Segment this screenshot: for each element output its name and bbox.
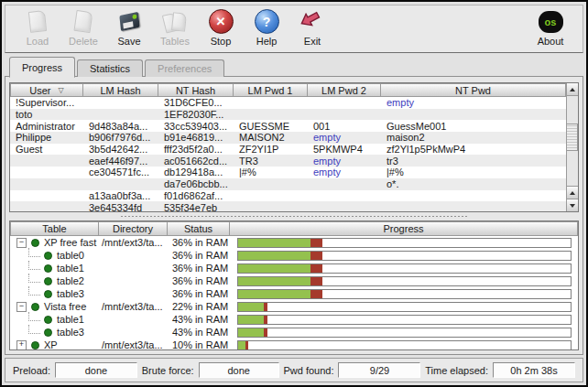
progress-green-fill bbox=[238, 290, 310, 298]
table-name-label: table3 bbox=[57, 327, 84, 338]
hash-cell: ZF2YI1P bbox=[234, 144, 308, 155]
tree-row[interactable]: +XP/mnt/ext3/ta...10% in RAM bbox=[10, 339, 578, 349]
stop-icon: ✕ bbox=[207, 8, 234, 35]
column-header-status[interactable]: Status bbox=[168, 221, 230, 236]
exit-button[interactable]: Exit bbox=[289, 7, 335, 52]
splitter-grip[interactable] bbox=[120, 215, 468, 219]
table-name-label: table0 bbox=[57, 250, 84, 261]
scroll-up-button[interactable] bbox=[567, 83, 578, 96]
save-icon bbox=[115, 8, 143, 35]
scroll-down-button[interactable] bbox=[567, 199, 578, 211]
hash-row[interactable]: toto1EF82030F... bbox=[10, 109, 566, 121]
table-name-cell: table3 bbox=[10, 286, 99, 302]
pane-splitter[interactable] bbox=[9, 212, 579, 220]
progress-green-fill bbox=[238, 341, 245, 349]
pwd-found-field: Pwd found: 9/29 bbox=[283, 362, 420, 378]
tab-bar: Progress Statistics Preferences bbox=[5, 56, 583, 77]
hash-cell: Philippe bbox=[10, 132, 83, 143]
about-button-label: About bbox=[538, 36, 564, 47]
tables-button-label: Tables bbox=[160, 36, 190, 47]
hash-cell: 3e645334fd bbox=[83, 202, 158, 211]
status-cell: 43% in RAM bbox=[168, 314, 230, 325]
status-cell: 43% in RAM bbox=[168, 327, 230, 338]
save-button[interactable]: Save bbox=[106, 7, 152, 52]
tab-statistics[interactable]: Statistics bbox=[77, 59, 143, 77]
hash-cell: b91e46819... bbox=[158, 132, 234, 143]
expand-toggle-icon[interactable]: + bbox=[16, 340, 27, 350]
hash-cell: |#% bbox=[234, 167, 308, 177]
hash-row[interactable]: eaef446f97...ac051662cd...TR3emptytr3 bbox=[10, 155, 566, 167]
hash-cell: zf2Yl1p5PkMwP4 bbox=[381, 144, 566, 155]
hash-cell: fff23d5f2a0... bbox=[158, 144, 234, 155]
hash-cell: toto bbox=[10, 109, 83, 120]
tree-row[interactable]: table343% in RAM bbox=[10, 326, 578, 339]
column-header-nt-hash[interactable]: NT Hash bbox=[158, 83, 234, 97]
hash-row[interactable]: !Supervisor...31D6CFE0...empty bbox=[10, 97, 566, 109]
hash-row[interactable]: Philippeb906f7976d...b91e46819...MAISON2… bbox=[10, 132, 566, 144]
column-header-nt-pwd[interactable]: NT Pwd bbox=[381, 83, 566, 97]
progress-red-segment bbox=[310, 290, 322, 298]
time-elapsed-label: Time elapsed: bbox=[425, 365, 488, 376]
column-header-lm-hash[interactable]: LM Hash bbox=[83, 83, 158, 97]
progress-bar bbox=[237, 251, 572, 261]
column-header-directory[interactable]: Directory bbox=[99, 221, 168, 236]
exit-icon bbox=[299, 8, 326, 35]
column-header-user[interactable]: User ▽ bbox=[10, 83, 83, 97]
progress-bar bbox=[237, 302, 572, 312]
progress-cell bbox=[230, 276, 578, 286]
pwd-found-label: Pwd found: bbox=[283, 365, 333, 376]
hash-cell: db129418a... bbox=[158, 167, 234, 177]
progress-green-fill bbox=[238, 277, 310, 285]
column-header-table[interactable]: Table bbox=[10, 221, 99, 236]
collapse-toggle-icon[interactable]: − bbox=[16, 302, 27, 312]
scrollbar-thumb[interactable] bbox=[567, 124, 578, 151]
hash-row[interactable]: da7e06bcbb...o*. bbox=[10, 178, 566, 190]
status-cell: 10% in RAM bbox=[168, 339, 230, 349]
hash-cell: 33cc539403... bbox=[158, 121, 234, 132]
progress-cell bbox=[230, 238, 578, 248]
tree-branch-line bbox=[28, 248, 40, 257]
collapse-toggle-icon[interactable]: − bbox=[16, 238, 27, 248]
status-cell: 36% in RAM bbox=[168, 250, 230, 261]
hash-cell: MAISON2 bbox=[234, 132, 308, 143]
hash-row[interactable]: Guest3b5d42642...fff23d5f2a0...ZF2YI1P5P… bbox=[10, 144, 566, 156]
ophcrack-window: Load Delete Save Tables ✕ Stop ? Help bbox=[0, 0, 588, 387]
save-button-label: Save bbox=[117, 36, 140, 47]
hash-row[interactable]: a13aa0bf3a...f01d6862af... bbox=[10, 190, 566, 202]
table-enabled-dot-icon bbox=[44, 277, 52, 285]
delete-button: Delete bbox=[60, 7, 106, 52]
hash-cell: 31D6CFE0... bbox=[158, 97, 234, 108]
progress-cell bbox=[230, 289, 578, 299]
scroll-up-button-bottom[interactable] bbox=[567, 186, 578, 199]
column-header-lm-pwd-2[interactable]: LM Pwd 2 bbox=[308, 83, 381, 97]
stop-button[interactable]: ✕ Stop bbox=[198, 7, 244, 52]
progress-green-fill bbox=[238, 303, 264, 311]
hash-cell: tr3 bbox=[381, 156, 566, 167]
table-name-label: table2 bbox=[57, 275, 84, 286]
tab-progress[interactable]: Progress bbox=[9, 57, 75, 78]
hash-cell: GuessMe001 bbox=[381, 121, 566, 132]
hash-cell: empty bbox=[308, 156, 381, 167]
hash-row[interactable]: Administrator9d483a84a...33cc539403...GU… bbox=[10, 120, 566, 132]
progress-red-segment bbox=[310, 277, 322, 285]
os-logo-icon: os bbox=[537, 8, 564, 35]
hash-row[interactable]: ce304571fc...db129418a...|#%empty|#% bbox=[10, 167, 566, 178]
about-button[interactable]: os About bbox=[528, 7, 573, 52]
vertical-scrollbar[interactable] bbox=[566, 83, 578, 211]
tables-table-header: Table Directory Status Progress bbox=[10, 221, 578, 236]
hash-cell: Administrator bbox=[10, 121, 83, 132]
time-elapsed-value: 0h 2m 38s bbox=[493, 362, 575, 378]
hash-cell: 3b5d42642... bbox=[83, 144, 158, 155]
directory-cell: /mnt/ext3/ta... bbox=[99, 237, 168, 248]
help-button-label: Help bbox=[256, 36, 278, 47]
progress-cell bbox=[230, 302, 578, 312]
progress-tab-panel: User ▽ LM Hash NT Hash LM Pwd 1 LM Pwd 2… bbox=[5, 76, 583, 355]
hash-row[interactable]: 3e645334fd535f34e7eb bbox=[10, 201, 566, 211]
column-header-progress[interactable]: Progress bbox=[230, 221, 578, 236]
progress-red-segment bbox=[264, 316, 267, 324]
tree-row[interactable]: table336% in RAM bbox=[10, 287, 578, 300]
column-header-lm-pwd-1[interactable]: LM Pwd 1 bbox=[234, 83, 308, 97]
arrow-up-icon bbox=[570, 191, 575, 195]
help-button[interactable]: ? Help bbox=[244, 7, 289, 52]
tab-preferences: Preferences bbox=[145, 59, 224, 77]
